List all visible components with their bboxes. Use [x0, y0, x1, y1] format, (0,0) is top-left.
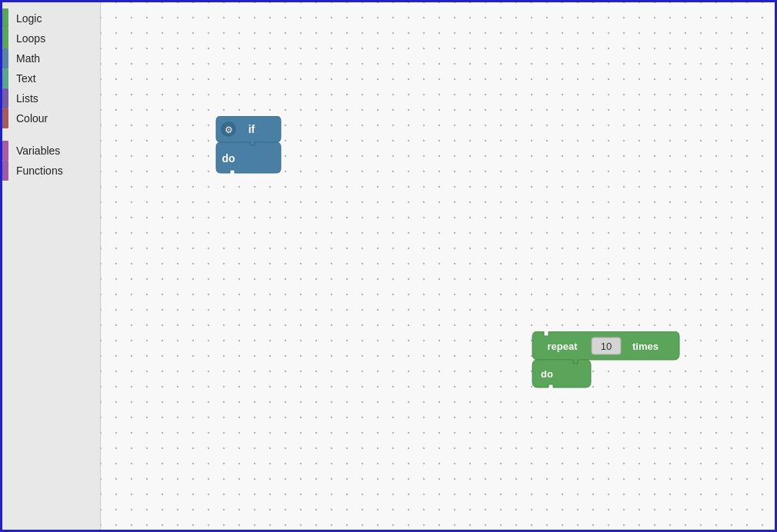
- sidebar-item-variables[interactable]: Variables: [2, 141, 100, 161]
- sidebar-item-colour[interactable]: Colour: [2, 108, 100, 128]
- repeat-block[interactable]: repeat 10 times do: [532, 331, 685, 393]
- sidebar-item-loops[interactable]: Loops: [2, 28, 100, 48]
- sidebar-item-functions[interactable]: Functions: [2, 161, 100, 181]
- sidebar-item-text[interactable]: Text: [2, 68, 100, 88]
- sidebar-label-logic: Logic: [16, 12, 42, 25]
- sidebar-item-logic[interactable]: Logic: [2, 8, 100, 28]
- canvas-area[interactable]: ⚙ if do repeat 10 times do: [101, 2, 775, 530]
- sidebar: Logic Loops Math Text Lists Colour: [2, 2, 101, 530]
- sidebar-item-math[interactable]: Math: [2, 48, 100, 68]
- sidebar-label-lists: Lists: [16, 92, 38, 105]
- repeat-value[interactable]: 10: [601, 341, 612, 352]
- times-label: times: [632, 341, 659, 352]
- sidebar-item-lists[interactable]: Lists: [2, 88, 100, 108]
- sidebar-label-text: Text: [16, 72, 36, 85]
- if-label: if: [248, 123, 255, 135]
- do-label-repeat: do: [541, 368, 553, 380]
- sidebar-label-colour: Colour: [16, 112, 48, 125]
- app-container: Logic Loops Math Text Lists Colour: [0, 0, 777, 532]
- do-label: do: [222, 152, 235, 165]
- if-block[interactable]: ⚙ if do: [215, 116, 284, 178]
- sidebar-label-functions: Functions: [16, 165, 63, 177]
- sidebar-label-loops: Loops: [16, 32, 45, 45]
- repeat-label: repeat: [547, 341, 578, 352]
- svg-text:⚙: ⚙: [225, 125, 233, 135]
- sidebar-label-variables: Variables: [16, 145, 60, 157]
- sidebar-label-math: Math: [16, 52, 40, 65]
